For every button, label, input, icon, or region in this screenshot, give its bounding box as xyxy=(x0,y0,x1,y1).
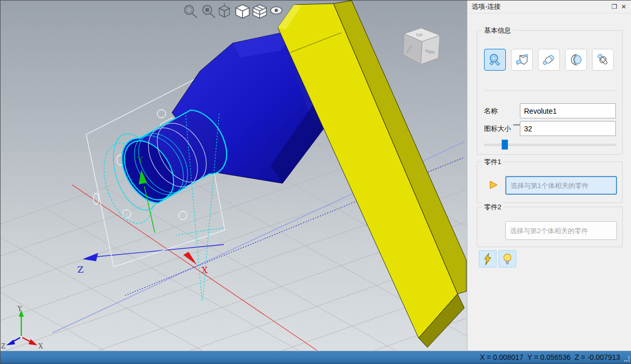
highlighted-cylinder[interactable] xyxy=(114,110,226,209)
lightbulb-icon xyxy=(502,253,513,265)
name-row: 名称 xyxy=(484,103,616,118)
screw-joint-button[interactable] xyxy=(592,49,614,71)
zoom-extents-icon[interactable] xyxy=(185,6,197,18)
panel-titlebar: 选项-连接 ❐ ✕ xyxy=(467,1,631,14)
action-buttons xyxy=(479,250,516,267)
x-axis: X xyxy=(183,252,208,275)
triad-z-label: Z xyxy=(1,343,5,350)
icon-size-row: 图标大小 xyxy=(484,121,616,136)
orientation-triad: Y X Z xyxy=(1,305,43,350)
view-cube[interactable]: Top Right Front xyxy=(403,28,440,64)
restore-icon[interactable]: ❐ xyxy=(610,2,619,11)
scene-svg: Y Z X Y X Z xyxy=(1,1,467,350)
joint-type-buttons xyxy=(484,49,614,71)
pick-arrow-icon xyxy=(489,180,498,190)
resize-grip[interactable] xyxy=(624,356,630,362)
cylindrical-joint-icon xyxy=(542,52,556,67)
screw-joint-icon xyxy=(596,52,610,67)
part2-row xyxy=(477,207,622,247)
part2-group: 零件2 xyxy=(477,207,623,247)
part1-group: 零件1 xyxy=(477,161,623,203)
name-label: 名称 xyxy=(484,106,520,116)
triad-x-label: X xyxy=(38,343,43,350)
magnifier-joint-button[interactable] xyxy=(484,49,506,71)
lightning-icon xyxy=(482,253,493,265)
cursor-coordinates: X = 0.008017 Y = 0.056536 Z = -0.007913 xyxy=(480,353,620,361)
zoom-window-icon[interactable] xyxy=(203,6,216,18)
basic-info-legend: 基本信息 xyxy=(482,26,513,35)
part1-row xyxy=(477,162,622,203)
apply-button[interactable] xyxy=(479,250,496,267)
shaded-cube-icon[interactable] xyxy=(236,5,249,18)
visibility-eye-icon[interactable] xyxy=(271,7,282,14)
application-window: Y Z X Y X Z xyxy=(0,0,631,364)
ball-joint-icon xyxy=(569,52,583,67)
options-panel: 选项-连接 ❐ ✕ 基本信息 xyxy=(467,1,631,350)
preview-button[interactable] xyxy=(499,250,516,267)
icon-size-label: 图标大小 xyxy=(484,124,520,133)
prismatic-joint-button[interactable] xyxy=(511,49,533,71)
x-axis-label: X xyxy=(202,265,208,275)
icon-size-input[interactable] xyxy=(520,121,616,136)
part1-pick-input[interactable] xyxy=(505,176,617,195)
z-axis: Z xyxy=(77,253,98,275)
ball-joint-button[interactable] xyxy=(565,49,587,71)
icon-size-slider-handle[interactable] xyxy=(502,140,508,150)
basic-info-group: 基本信息 xyxy=(477,30,623,155)
part2-pick-input[interactable] xyxy=(505,221,617,240)
magnifier-icon xyxy=(488,52,502,67)
sectioned-cube-icon[interactable] xyxy=(253,5,266,18)
close-icon[interactable]: ✕ xyxy=(619,2,628,11)
triad-y-label: Y xyxy=(17,305,22,313)
section-divider xyxy=(484,90,616,91)
z-axis-label: Z xyxy=(77,264,84,275)
prismatic-joint-icon xyxy=(515,52,529,67)
viewport-toolbar xyxy=(185,3,283,18)
name-input[interactable] xyxy=(520,103,616,118)
y-axis-label: Y xyxy=(137,155,143,165)
viewport-3d[interactable]: Y Z X Y X Z xyxy=(1,1,467,350)
panel-title: 选项-连接 xyxy=(472,2,610,11)
status-bar: X = 0.008017 Y = 0.056536 Z = -0.007913 xyxy=(1,350,631,364)
cylindrical-joint-button[interactable] xyxy=(538,49,560,71)
axes-cube-icon[interactable] xyxy=(219,3,230,17)
